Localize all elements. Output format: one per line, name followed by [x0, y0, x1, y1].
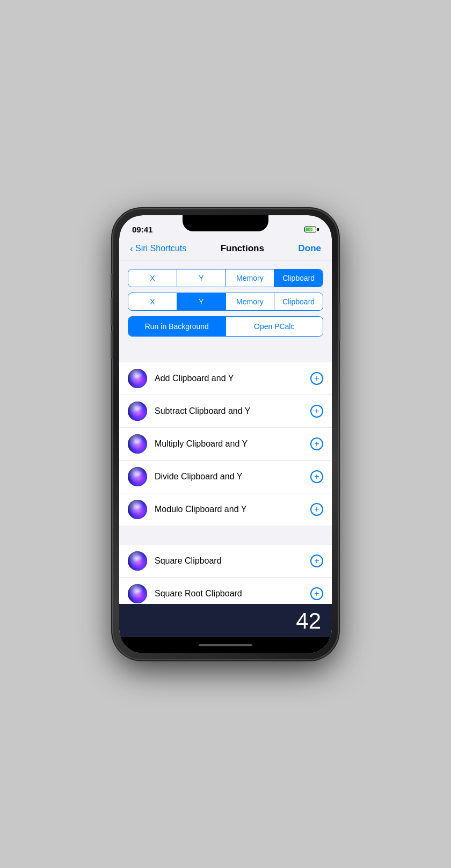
function-label: Subtract Clipboard and Y	[155, 406, 310, 416]
siri-orb	[128, 369, 147, 388]
siri-orb	[128, 434, 147, 454]
section-separator-1	[119, 343, 332, 362]
back-label: Siri Shortcuts	[135, 244, 186, 253]
siri-icon	[128, 584, 147, 603]
battery-icon: ⚡	[304, 227, 319, 232]
siri-orb	[128, 584, 147, 603]
siri-orb	[128, 551, 147, 571]
segment-clipboard-2[interactable]: Clipboard	[274, 293, 323, 310]
notch	[183, 215, 268, 231]
navigation-bar: ‹ Siri Shortcuts Functions Done	[119, 239, 332, 260]
siri-orb	[128, 402, 147, 421]
done-button[interactable]: Done	[298, 243, 321, 254]
home-indicator	[119, 637, 332, 653]
battery-bolt: ⚡	[308, 228, 313, 232]
controls-section: X Y Memory Clipboard X Y Memory Clipboar…	[119, 260, 332, 343]
section-separator-2	[119, 526, 332, 545]
siri-icon	[128, 500, 147, 519]
run-mode-control: Run in Background Open PCalc	[128, 316, 323, 337]
segment-memory-2[interactable]: Memory	[226, 293, 275, 310]
function-label: Modulo Clipboard and Y	[155, 505, 310, 514]
list-item[interactable]: Square Clipboard +	[119, 545, 332, 578]
battery-tip	[317, 228, 319, 231]
status-icons: ⚡	[304, 227, 319, 232]
segment-memory-1[interactable]: Memory	[226, 269, 275, 287]
function-label: Divide Clipboard and Y	[155, 472, 310, 482]
volume-down-button[interactable]	[111, 331, 113, 359]
phone-frame: 09:41 ⚡ ‹ Siri Shortcuts	[113, 209, 338, 660]
mute-button[interactable]	[111, 273, 113, 290]
siri-icon	[128, 434, 147, 454]
add-button[interactable]: +	[310, 555, 323, 567]
number-display: 42	[296, 608, 321, 634]
number-display-area: 42	[119, 604, 332, 637]
function-label: Multiply Clipboard and Y	[155, 439, 310, 449]
function-label: Square Root Clipboard	[155, 589, 310, 599]
list-item[interactable]: Square Root Clipboard +	[119, 578, 332, 604]
status-time: 09:41	[132, 225, 152, 234]
back-chevron-icon: ‹	[130, 243, 133, 254]
list-item[interactable]: Subtract Clipboard and Y +	[119, 395, 332, 428]
content-area: X Y Memory Clipboard X Y Memory Clipboar…	[119, 260, 332, 604]
segment-y-1[interactable]: Y	[177, 269, 226, 287]
list-item[interactable]: Add Clipboard and Y +	[119, 362, 332, 395]
siri-icon	[128, 369, 147, 388]
unary-functions-list: Square Clipboard + Square Root Clipboard…	[119, 545, 332, 604]
screen: 09:41 ⚡ ‹ Siri Shortcuts	[119, 215, 332, 653]
volume-up-button[interactable]	[111, 297, 113, 325]
list-item[interactable]: Divide Clipboard and Y +	[119, 461, 332, 493]
segment-x-1[interactable]: X	[128, 269, 177, 287]
home-bar[interactable]	[199, 644, 252, 646]
open-pcalc-option[interactable]: Open PCalc	[226, 317, 323, 336]
second-segment-control: X Y Memory Clipboard	[128, 293, 323, 311]
battery-body: ⚡	[304, 227, 316, 232]
segment-x-2[interactable]: X	[128, 293, 177, 310]
add-button[interactable]: +	[310, 503, 323, 516]
add-button[interactable]: +	[310, 437, 323, 450]
power-button[interactable]	[338, 303, 340, 341]
siri-orb	[128, 467, 147, 486]
phone-inner: 09:41 ⚡ ‹ Siri Shortcuts	[119, 215, 332, 653]
add-button[interactable]: +	[310, 372, 323, 385]
first-segment-control: X Y Memory Clipboard	[128, 269, 323, 287]
list-item[interactable]: Modulo Clipboard and Y +	[119, 493, 332, 526]
segment-y-2[interactable]: Y	[177, 293, 226, 310]
back-button[interactable]: ‹ Siri Shortcuts	[130, 243, 186, 254]
add-button[interactable]: +	[310, 470, 323, 483]
page-title: Functions	[221, 243, 264, 254]
function-label: Square Clipboard	[155, 556, 310, 566]
siri-icon	[128, 402, 147, 421]
segment-clipboard-1[interactable]: Clipboard	[274, 269, 323, 287]
add-button[interactable]: +	[310, 587, 323, 600]
siri-orb	[128, 500, 147, 519]
list-item[interactable]: Multiply Clipboard and Y +	[119, 428, 332, 461]
function-label: Add Clipboard and Y	[155, 374, 310, 383]
siri-icon	[128, 467, 147, 486]
binary-functions-list: Add Clipboard and Y + Subtract Clipboard…	[119, 362, 332, 526]
run-in-background-option[interactable]: Run in Background	[128, 317, 226, 336]
add-button[interactable]: +	[310, 405, 323, 418]
siri-icon	[128, 551, 147, 571]
